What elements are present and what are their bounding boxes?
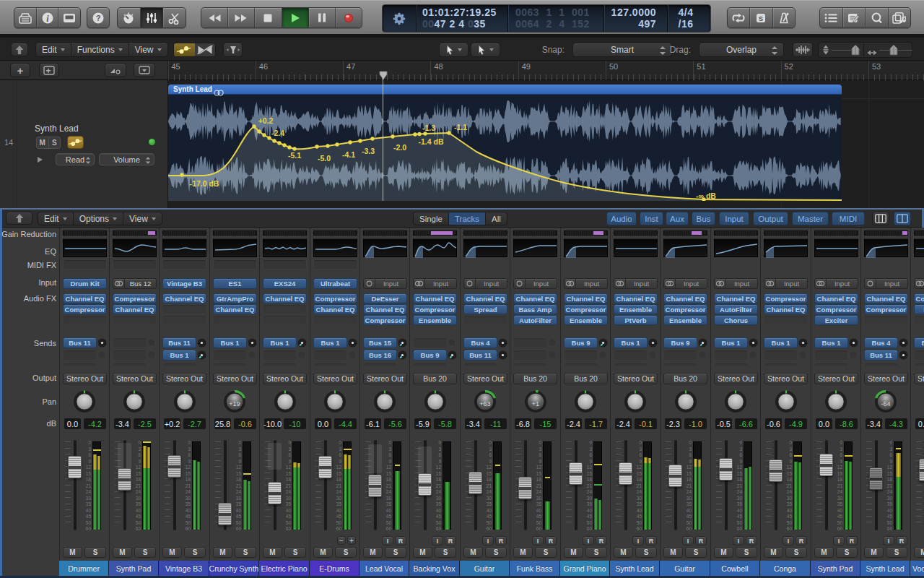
svg-text:+63: +63: [479, 400, 490, 407]
svg-text:-5.1: -5.1: [288, 151, 301, 160]
svg-text:-∞ dB: -∞ dB: [696, 191, 716, 200]
svg-text:-5.0: -5.0: [318, 154, 331, 163]
svg-text:-4.1: -4.1: [342, 150, 355, 159]
svg-text:-1.4 dB: -1.4 dB: [418, 137, 443, 146]
svg-text:?: ?: [96, 14, 101, 22]
svg-text:-2.4: -2.4: [271, 129, 284, 137]
svg-text:-2.0: -2.0: [393, 143, 406, 152]
svg-text:-3.3: -3.3: [362, 147, 375, 155]
svg-text:+19: +19: [229, 400, 240, 407]
svg-text:-64: -64: [881, 400, 890, 407]
svg-text:-17.0 dB: -17.0 dB: [190, 179, 219, 188]
svg-text:-1.3: -1.3: [422, 124, 435, 132]
svg-text:-1.1: -1.1: [454, 123, 467, 131]
svg-text:S: S: [759, 14, 763, 22]
svg-text:+1: +1: [532, 400, 539, 407]
svg-text:+0.2: +0.2: [258, 116, 274, 125]
